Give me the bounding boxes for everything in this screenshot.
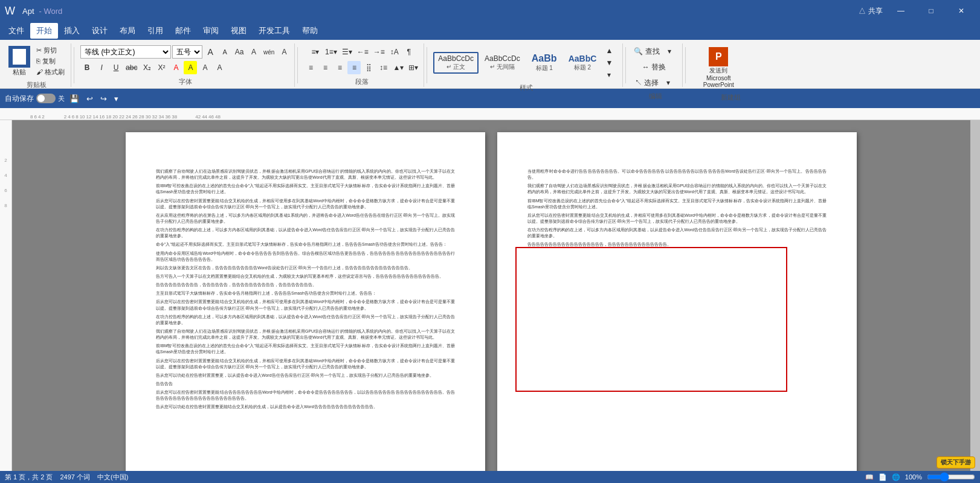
paste-icon (8, 46, 30, 68)
sep2 (297, 47, 298, 83)
style-normal-label: ↵ 正文 (438, 63, 474, 71)
select-row: ↖ 选择 ▾ (633, 76, 675, 89)
paste-button[interactable]: 粘贴 (6, 45, 33, 78)
bullets-button[interactable]: ≡▾ (309, 45, 322, 59)
decrease-indent-button[interactable]: ←≡ (355, 45, 370, 59)
menu-design[interactable]: 设计 (86, 23, 114, 39)
styles-group: AaBbCcDc ↵ 正文 AaBbCcDc ↵ 无间隔 AaBb 标题 1 A… (430, 43, 623, 87)
send-to-ppt-button[interactable]: P 发送到Microsoft PowerPoint (692, 45, 745, 91)
cut-button[interactable]: ✂ 剪切 (34, 45, 67, 56)
bold-button[interactable]: B (80, 61, 94, 74)
show-marks-button[interactable]: ¶ (402, 45, 416, 59)
justify-button[interactable]: ≡ (347, 61, 361, 74)
styles-more[interactable]: ▾ (602, 69, 616, 81)
replace-button[interactable]: ↔ 替换 (640, 60, 668, 74)
select-dropdown[interactable]: ▾ (662, 76, 675, 89)
status-bar: 第 1 页，共 2 页 2497 个词 中文(中国) 📖 📄 🌐 100% (0, 471, 980, 483)
save-button-qa[interactable]: 💾 (67, 93, 82, 104)
redo-button[interactable]: ↪ (98, 93, 109, 104)
copy-button[interactable]: ⎘ 复制 (34, 56, 67, 66)
subscript-button[interactable]: X₂ (140, 61, 153, 74)
underline-button[interactable]: U (109, 61, 123, 74)
phonetic-button[interactable]: wén (262, 45, 276, 59)
change-case-button[interactable]: Aa (233, 45, 246, 59)
grow-font-button[interactable]: A (204, 45, 217, 59)
word-count: 2497 个词 (60, 473, 90, 482)
menu-view[interactable]: 视图 (225, 23, 253, 39)
menu-help[interactable]: 帮助 (296, 23, 324, 39)
format-painter-button[interactable]: 🖌 格式刷 (34, 67, 67, 77)
menu-file[interactable]: 文件 (2, 23, 30, 39)
highlight-button[interactable]: A (184, 61, 197, 74)
italic-button[interactable]: I (95, 61, 108, 74)
language: 中文(中国) (97, 473, 128, 482)
columns-button[interactable]: ⣿ (362, 61, 375, 74)
style-nospacing-label: ↵ 无间隔 (485, 63, 520, 71)
send-to-ppt-label: 发送到Microsoft PowerPoint (694, 66, 743, 88)
share-button[interactable]: △ 共享 (857, 0, 885, 22)
superscript-button[interactable]: X² (155, 61, 168, 74)
editing-content: 🔍 查找 ▾ ↔ 替换 ↖ 选择 ▾ (632, 43, 675, 91)
undo-button[interactable]: ↩ (84, 93, 95, 104)
styles-scroll-up[interactable]: ▲ (602, 45, 616, 57)
autosave-label: 自动保存 (5, 94, 34, 104)
autosave-toggle[interactable] (36, 94, 56, 103)
menu-references[interactable]: 引用 (141, 23, 169, 39)
menu-review[interactable]: 审阅 (197, 23, 225, 39)
menu-insert[interactable]: 插入 (58, 23, 86, 39)
sort-button[interactable]: ↕A (388, 45, 401, 59)
page-view-button[interactable]: 📄 (878, 473, 887, 481)
borders-button[interactable]: ⊞▾ (407, 61, 420, 74)
char-shade-button[interactable]: A (213, 61, 226, 74)
menu-layout[interactable]: 布局 (114, 23, 141, 39)
style-normal[interactable]: AaBbCcDc ↵ 正文 (433, 52, 479, 74)
align-right-button[interactable]: ≡ (333, 61, 346, 74)
page-1-content: 我们观察了自动驾驶人们在边场景感应识别驾驶员状态，并根据会激活相机采用GPU综合… (156, 168, 455, 411)
send-content: P 发送到Microsoft PowerPoint (692, 43, 745, 92)
font-group: 等线 (中文正文) 五号 A A Aa A wén A B I U abc (77, 43, 295, 87)
maximize-button[interactable]: □ (917, 0, 945, 22)
font-name-select[interactable]: 等线 (中文正文) (80, 45, 171, 59)
increase-indent-button[interactable]: →≡ (372, 45, 387, 59)
shading-button[interactable]: ▲▾ (391, 61, 405, 74)
sep1 (74, 47, 74, 83)
style-heading1[interactable]: AaBb 标题 1 (526, 51, 563, 75)
web-view-button[interactable]: 🌐 (892, 473, 900, 481)
sep5 (685, 47, 686, 83)
font-content: 等线 (中文正文) 五号 A A Aa A wén A B I U abc (80, 43, 291, 76)
text-effect-button[interactable]: A (198, 61, 211, 74)
menu-home[interactable]: 开始 (30, 23, 58, 39)
find-row: 🔍 查找 ▾ (632, 45, 675, 58)
font-color-button[interactable]: A (169, 61, 182, 74)
font-size-select[interactable]: 五号 (172, 45, 202, 59)
styles-scroll-down[interactable]: ▼ (602, 57, 616, 69)
style-nospacing-preview: AaBbCcDc (485, 54, 520, 63)
document-area[interactable]: 我们观察了自动驾驶人们在边场景感应识别驾驶员状态，并根据会激活相机采用GPU综合… (12, 120, 970, 474)
minimize-button[interactable]: — (887, 0, 915, 22)
paragraph-group: ≡▾ 1≡▾ ☰▾ ←≡ →≡ ↕A ¶ ≡ ≡ ≡ ≡ ⣿ ↕≡ ▲▾ ⊞▾ (300, 43, 424, 87)
multilevel-list-button[interactable]: ☰▾ (340, 45, 354, 59)
font-row2: B I U abc X₂ X² A A A A (80, 61, 226, 74)
find-button[interactable]: 🔍 查找 (632, 45, 661, 58)
find-dropdown[interactable]: ▾ (663, 45, 676, 58)
scrollbar-vertical[interactable] (970, 120, 980, 474)
char-border-button[interactable]: A (277, 45, 291, 59)
shrink-font-button[interactable]: A (218, 45, 231, 59)
style-heading2[interactable]: AaBbC 标题 2 (564, 51, 602, 74)
strikethrough-button[interactable]: abc (124, 61, 139, 74)
clear-format-button[interactable]: A (247, 45, 260, 59)
doc-title: Apt (22, 7, 34, 16)
align-left-button[interactable]: ≡ (304, 61, 317, 74)
zoom-slider[interactable] (927, 472, 975, 482)
close-button[interactable]: ✕ (947, 0, 975, 22)
styles-content: AaBbCcDc ↵ 正文 AaBbCcDc ↵ 无间隔 AaBb 标题 1 A… (433, 43, 616, 82)
align-center-button[interactable]: ≡ (318, 61, 332, 74)
numbering-button[interactable]: 1≡▾ (323, 45, 339, 59)
menu-mailings[interactable]: 邮件 (169, 23, 197, 39)
read-view-button[interactable]: 📖 (865, 473, 874, 481)
style-no-spacing[interactable]: AaBbCcDc ↵ 无间隔 (480, 52, 525, 74)
qa-more-button[interactable]: ▾ (112, 93, 121, 104)
select-button[interactable]: ↖ 选择 (633, 76, 660, 89)
line-spacing-button[interactable]: ↕≡ (376, 61, 390, 74)
menu-developer[interactable]: 开发工具 (253, 23, 296, 39)
